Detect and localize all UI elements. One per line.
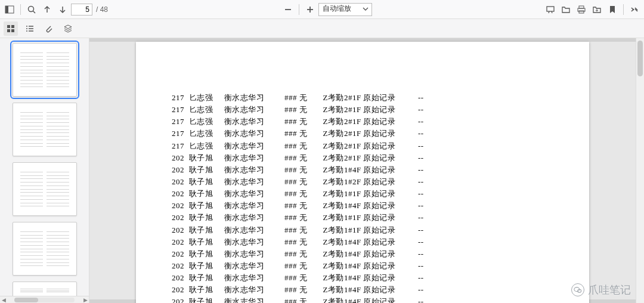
- watermark-text: 爪哇笔记: [588, 283, 631, 297]
- table-row: 217 匕志强 衡水志华习 ### 无 Z考勤2#1F 原始记录 --: [172, 116, 553, 128]
- table-row: 202 耿子旭 衡水志华习 ### 无 Z考勤1#4F 原始记录 --: [172, 284, 553, 296]
- separator: [20, 4, 21, 15]
- page-number-input[interactable]: [71, 4, 92, 16]
- svg-rect-14: [11, 29, 14, 32]
- print-button[interactable]: [574, 2, 589, 17]
- table-row: 217 匕志强 衡水志华习 ### 无 Z考勤2#1F 原始记录 --: [172, 92, 553, 104]
- page-total-label: / 48: [96, 5, 108, 14]
- presentation-button[interactable]: [543, 2, 558, 17]
- separator: [299, 4, 299, 15]
- sidebar-toolbar: [0, 19, 644, 38]
- table-row: 202 耿子旭 衡水志华习 ### 无 Z考勤1#4F 原始记录 --: [172, 248, 553, 260]
- table-row: 202 耿子旭 衡水志华习 ### 无 Z考勤1#4F 原始记录 --: [172, 164, 553, 176]
- svg-point-15: [26, 26, 27, 27]
- wechat-icon: [571, 283, 584, 296]
- table-row: 217 匕志强 衡水志华习 ### 无 Z考勤2#1F 原始记录 --: [172, 140, 553, 152]
- prev-page-button[interactable]: [40, 2, 54, 17]
- page-viewer[interactable]: 217 匕志强 衡水志华习 ### 无 Z考勤2#1F 原始记录 --217 匕…: [89, 38, 636, 303]
- svg-line-3: [33, 11, 36, 13]
- toggle-sidebar-button[interactable]: [2, 2, 17, 17]
- table-row: 202 耿子旭 衡水志华习 ### 无 Z考勤1#1F 原始记录 --: [172, 224, 553, 236]
- table-row: 202 耿子旭 衡水志华习 ### 无 Z考勤1#4F 原始记录 --: [172, 272, 553, 284]
- svg-point-19: [26, 30, 27, 32]
- table-row: 202 耿子旭 衡水志华习 ### 无 Z考勤1#1F 原始记录 --: [172, 212, 553, 224]
- page-thumbnail[interactable]: [13, 43, 77, 97]
- outline-view-button[interactable]: [23, 21, 37, 36]
- table-row: 217 匕志强 衡水志华习 ### 无 Z考勤2#1F 原始记录 --: [172, 104, 553, 116]
- attachments-view-button[interactable]: [42, 21, 56, 36]
- thumbnails-view-button[interactable]: [4, 21, 18, 36]
- svg-rect-7: [547, 7, 554, 11]
- find-button[interactable]: [24, 2, 39, 17]
- svg-rect-1: [5, 6, 8, 13]
- separator: [623, 4, 624, 15]
- pdf-page: 217 匕志强 衡水志华习 ### 无 Z考勤2#1F 原始记录 --217 匕…: [136, 42, 589, 303]
- table-row: 202 耿子旭 衡水志华习 ### 无 Z考勤1#1F 原始记录 --: [172, 188, 553, 200]
- bookmark-button[interactable]: [605, 2, 620, 17]
- table-row: 202 耿子旭 衡水志华习 ### 无 Z考勤2#1F 原始记录 --: [172, 152, 553, 164]
- svg-rect-12: [11, 25, 14, 28]
- open-file-button[interactable]: [559, 2, 573, 17]
- download-button[interactable]: [590, 2, 604, 17]
- zoom-select[interactable]: 自动缩放: [318, 3, 372, 16]
- page-thumbnail[interactable]: [13, 222, 77, 276]
- table-row: 202 耿子旭 衡水志华习 ### 无 Z考勤1#4F 原始记录 --: [172, 236, 553, 248]
- sidebar-h-scrollbar[interactable]: ◀▶: [0, 296, 89, 303]
- tools-menu-button[interactable]: [627, 2, 642, 17]
- thumbnail-sidebar: ◀▶: [0, 38, 89, 303]
- viewer-v-scrollbar[interactable]: [636, 38, 644, 303]
- svg-point-2: [29, 6, 34, 11]
- viewer-body: ◀▶ 217 匕志强 衡水志华习 ### 无 Z考勤2#1F 原始记录 --21…: [0, 38, 644, 303]
- svg-rect-8: [579, 6, 584, 8]
- watermark: 爪哇笔记: [571, 283, 631, 297]
- table-row: 202 耿子旭 衡水志华习 ### 无 Z考勤1#4F 原始记录 --: [172, 296, 553, 303]
- table-row: 202 耿子旭 衡水志华习 ### 无 Z考勤1#4F 原始记录 --: [172, 260, 553, 272]
- layers-view-button[interactable]: [61, 21, 75, 36]
- table-row: 202 耿子旭 衡水志华习 ### 无 Z考勤1#2F 原始记录 --: [172, 176, 553, 188]
- table-row: 217 匕志强 衡水志华习 ### 无 Z考勤2#1F 原始记录 --: [172, 128, 553, 140]
- page-thumbnail[interactable]: [13, 103, 77, 156]
- next-page-button[interactable]: [55, 2, 70, 17]
- svg-point-17: [26, 28, 27, 29]
- page-thumbnail[interactable]: [13, 162, 77, 216]
- table-row: 202 耿子旭 衡水志华习 ### 无 Z考勤1#4F 原始记录 --: [172, 200, 553, 212]
- main-toolbar: / 48 自动缩放: [0, 0, 644, 19]
- zoom-out-button[interactable]: [281, 2, 295, 17]
- zoom-select-value[interactable]: 自动缩放: [318, 3, 372, 16]
- svg-rect-11: [7, 25, 10, 28]
- svg-rect-13: [7, 29, 10, 32]
- zoom-in-button[interactable]: [303, 2, 317, 17]
